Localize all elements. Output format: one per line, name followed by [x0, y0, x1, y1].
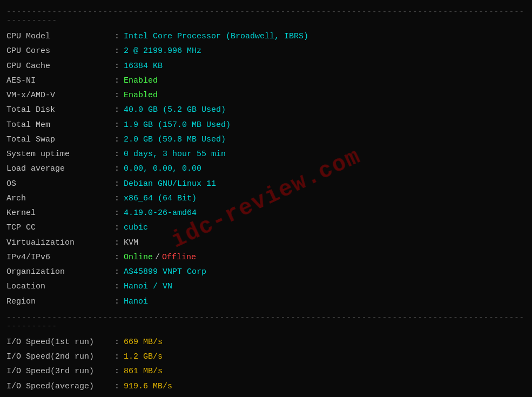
label-virtualization: Virtualization — [6, 237, 115, 249]
value-load-average: 0.00, 0.00, 0.00 — [124, 163, 201, 175]
row-io-3rd: I/O Speed(3rd run) : 861 MB/s — [6, 364, 526, 379]
sep-load-average: : — [115, 163, 119, 175]
label-total-swap: Total Swap — [6, 133, 115, 146]
value-os: Debian GNU/Linux 11 — [124, 178, 216, 190]
row-kernel: Kernel : 4.19.0-26-amd64 — [6, 206, 526, 220]
value-kernel: 4.19.0-26-amd64 — [124, 207, 197, 219]
label-organization: Organization — [6, 266, 115, 278]
label-cpu-model: CPU Model — [6, 30, 115, 43]
value-location: Hanoi / VN — [124, 280, 172, 293]
sep-region: : — [115, 295, 119, 308]
label-io-3rd: I/O Speed(3rd run) — [6, 365, 115, 378]
info-section: CPU Model : Intel Core Processor (Broadw… — [6, 28, 526, 310]
sep-vmx: : — [115, 89, 119, 102]
value-virtualization: KVM — [124, 237, 138, 249]
sep-ipv4-ipv6: : — [115, 251, 119, 264]
value-region: Hanoi — [124, 295, 148, 308]
label-total-mem: Total Mem — [6, 119, 115, 131]
row-total-swap: Total Swap : 2.0 GB (59.8 MB Used) — [6, 132, 526, 147]
label-io-avg: I/O Speed(average) — [6, 380, 115, 393]
label-io-1st: I/O Speed(1st run) — [6, 336, 115, 348]
row-load-average: Load average : 0.00, 0.00, 0.00 — [6, 162, 526, 176]
row-cpu-cache: CPU Cache : 16384 KB — [6, 59, 526, 73]
io-section: I/O Speed(1st run) : 669 MB/s I/O Speed(… — [6, 334, 526, 395]
row-aes-ni: AES-NI : Enabled — [6, 73, 526, 88]
sep-io-1st: : — [115, 336, 119, 348]
value-vmx: Enabled — [124, 89, 158, 102]
row-tcp-cc: TCP CC : cubic — [6, 220, 526, 235]
value-organization: AS45899 VNPT Corp — [124, 266, 206, 278]
row-io-1st: I/O Speed(1st run) : 669 MB/s — [6, 335, 526, 349]
label-arch: Arch — [6, 192, 115, 205]
value-io-3rd: 861 MB/s — [124, 365, 163, 378]
value-io-1st: 669 MB/s — [124, 336, 163, 348]
top-divider: ----------------------------------------… — [6, 8, 526, 25]
value-tcp-cc: cubic — [124, 221, 148, 234]
value-io-2nd: 1.2 GB/s — [124, 351, 163, 363]
mid-divider: ----------------------------------------… — [6, 313, 526, 331]
value-total-mem: 1.9 GB (157.0 MB Used) — [124, 119, 231, 131]
sep-cpu-cores: : — [115, 45, 119, 57]
label-os: OS — [6, 178, 115, 190]
label-aes-ni: AES-NI — [6, 75, 115, 87]
value-ipv6: Offline — [162, 251, 196, 264]
row-total-mem: Total Mem : 1.9 GB (157.0 MB Used) — [6, 118, 526, 132]
value-cpu-cores: 2 @ 2199.996 MHz — [124, 45, 201, 57]
row-virtualization: Virtualization : KVM — [6, 235, 526, 250]
value-total-disk: 40.0 GB (5.2 GB Used) — [124, 104, 226, 116]
label-tcp-cc: TCP CC — [6, 221, 115, 234]
row-ipv4-ipv6: IPv4/IPv6 : Online / Offline — [6, 250, 526, 265]
sep-system-uptime: : — [115, 148, 119, 160]
value-arch: x86_64 (64 Bit) — [124, 192, 197, 205]
label-cpu-cache: CPU Cache — [6, 60, 115, 72]
row-vmx: VM-x/AMD-V : Enabled — [6, 88, 526, 103]
sep-virtualization: : — [115, 237, 119, 249]
slash-ipv4-ipv6: / — [155, 251, 160, 264]
row-location: Location : Hanoi / VN — [6, 279, 526, 294]
row-arch: Arch : x86_64 (64 Bit) — [6, 191, 526, 206]
sep-io-3rd: : — [115, 365, 119, 378]
row-system-uptime: System uptime : 0 days, 3 hour 55 min — [6, 147, 526, 162]
label-kernel: Kernel — [6, 207, 115, 219]
value-ipv4: Online — [124, 251, 153, 264]
sep-io-2nd: : — [115, 351, 119, 363]
sep-total-disk: : — [115, 104, 119, 116]
label-location: Location — [6, 280, 115, 293]
label-io-2nd: I/O Speed(2nd run) — [6, 351, 115, 363]
sep-total-mem: : — [115, 119, 119, 131]
sep-arch: : — [115, 192, 119, 205]
sep-io-avg: : — [115, 380, 119, 393]
sep-aes-ni: : — [115, 75, 119, 87]
row-region: Region : Hanoi — [6, 294, 526, 309]
value-cpu-cache: 16384 KB — [124, 60, 163, 72]
row-cpu-cores: CPU Cores : 2 @ 2199.996 MHz — [6, 44, 526, 58]
sep-os: : — [115, 178, 119, 190]
label-ipv4-ipv6: IPv4/IPv6 — [6, 251, 115, 264]
row-cpu-model: CPU Model : Intel Core Processor (Broadw… — [6, 29, 526, 44]
label-region: Region — [6, 295, 115, 308]
label-load-average: Load average — [6, 163, 115, 175]
sep-location: : — [115, 280, 119, 293]
row-organization: Organization : AS45899 VNPT Corp — [6, 265, 526, 279]
label-total-disk: Total Disk — [6, 104, 115, 116]
sep-cpu-cache: : — [115, 60, 119, 72]
label-system-uptime: System uptime — [6, 148, 115, 160]
sep-total-swap: : — [115, 133, 119, 146]
value-system-uptime: 0 days, 3 hour 55 min — [124, 148, 226, 160]
sep-cpu-model: : — [115, 30, 119, 43]
label-vmx: VM-x/AMD-V — [6, 89, 115, 102]
row-total-disk: Total Disk : 40.0 GB (5.2 GB Used) — [6, 103, 526, 117]
row-os: OS : Debian GNU/Linux 11 — [6, 177, 526, 191]
value-cpu-model: Intel Core Processor (Broadwell, IBRS) — [124, 30, 308, 43]
label-cpu-cores: CPU Cores — [6, 45, 115, 57]
sep-tcp-cc: : — [115, 221, 119, 234]
sep-organization: : — [115, 266, 119, 278]
row-io-avg: I/O Speed(average) : 919.6 MB/s — [6, 379, 526, 394]
sep-kernel: : — [115, 207, 119, 219]
value-total-swap: 2.0 GB (59.8 MB Used) — [124, 133, 226, 146]
value-io-avg: 919.6 MB/s — [124, 380, 172, 393]
row-io-2nd: I/O Speed(2nd run) : 1.2 GB/s — [6, 349, 526, 364]
value-aes-ni: Enabled — [124, 75, 158, 87]
